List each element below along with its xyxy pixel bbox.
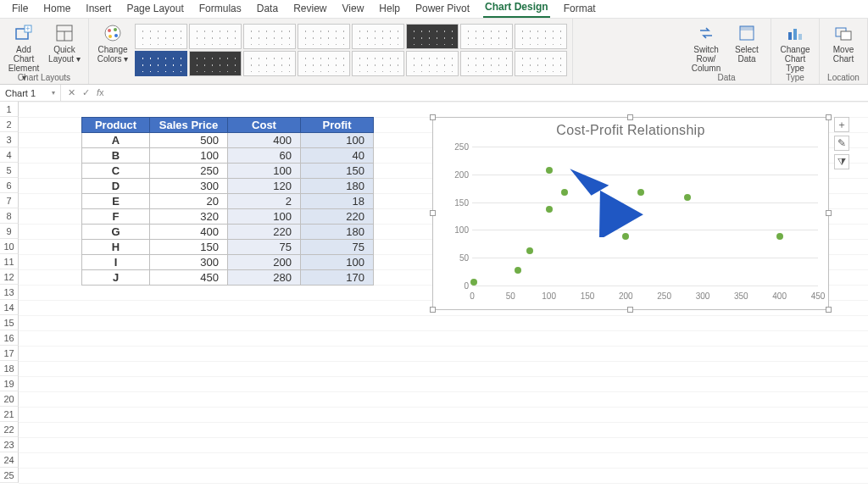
fx-icon[interactable]: fx — [97, 87, 104, 98]
tab-view[interactable]: View — [341, 1, 366, 18]
resize-handle[interactable] — [627, 307, 633, 313]
change-chart-type-button[interactable]: Change Chart Type — [776, 22, 814, 71]
cell-cost[interactable]: 200 — [228, 255, 301, 270]
cell-sales[interactable]: 300 — [150, 255, 228, 270]
data-point[interactable] — [515, 267, 521, 274]
cell-sales[interactable]: 400 — [150, 225, 228, 240]
resize-handle[interactable] — [826, 307, 832, 313]
row-header[interactable]: 20 — [0, 391, 19, 407]
chart-style-thumb[interactable] — [406, 51, 459, 76]
data-point[interactable] — [684, 194, 691, 201]
row-header[interactable]: 18 — [0, 361, 19, 376]
chart-style-thumb[interactable] — [243, 24, 296, 49]
row-header[interactable]: 17 — [0, 346, 19, 361]
row-header[interactable]: 13 — [0, 285, 19, 300]
fx-accept-icon[interactable]: ✓ — [82, 87, 90, 98]
resize-handle[interactable] — [627, 114, 633, 120]
cell-profit[interactable]: 40 — [301, 148, 374, 164]
table-row[interactable]: A500400100 — [82, 133, 374, 148]
chart-style-thumb[interactable] — [298, 24, 350, 49]
row-header[interactable]: 5 — [0, 163, 19, 178]
row-header[interactable]: 22 — [0, 422, 19, 437]
tab-review[interactable]: Review — [292, 1, 328, 18]
resize-handle[interactable] — [826, 210, 832, 216]
th-product[interactable]: Product — [82, 118, 150, 133]
table-row[interactable]: I300200100 — [82, 255, 374, 270]
data-point[interactable] — [622, 233, 629, 240]
tab-power-pivot[interactable]: Power Pivot — [414, 1, 471, 18]
resize-handle[interactable] — [826, 114, 832, 120]
table-row[interactable]: B1006040 — [82, 148, 374, 164]
chart-style-thumb[interactable] — [298, 51, 350, 76]
chart-style-thumb[interactable] — [352, 24, 404, 49]
cell-product[interactable]: I — [82, 255, 150, 270]
cell-sales[interactable]: 450 — [150, 270, 228, 286]
cell-product[interactable]: C — [82, 164, 150, 179]
cell-sales[interactable]: 20 — [150, 194, 228, 209]
row-header[interactable]: 2 — [0, 117, 19, 132]
cell-product[interactable]: B — [82, 148, 150, 164]
chart-style-thumb[interactable] — [189, 51, 242, 76]
cell-cost[interactable]: 60 — [228, 148, 301, 164]
row-header[interactable]: 8 — [0, 208, 19, 224]
cell-cost[interactable]: 75 — [228, 240, 301, 255]
table-row[interactable]: F320100220 — [82, 209, 374, 225]
table-row[interactable]: C250100150 — [82, 164, 374, 179]
data-point[interactable] — [526, 247, 533, 254]
worksheet[interactable]: 1234567891011121314151617181920212223242… — [0, 102, 868, 488]
cell-cost[interactable]: 400 — [228, 133, 301, 148]
row-header[interactable]: 1 — [0, 102, 19, 117]
chart-object[interactable]: Cost-Profit Relationship 050100150200250… — [432, 117, 829, 310]
row-header[interactable]: 19 — [0, 376, 19, 391]
tab-home[interactable]: Home — [42, 1, 72, 18]
cell-cost[interactable]: 280 — [228, 270, 301, 286]
cell-sales[interactable]: 300 — [150, 179, 228, 194]
cell-profit[interactable]: 180 — [301, 225, 374, 240]
select-data-button[interactable]: Select Data — [728, 22, 765, 71]
tab-data[interactable]: Data — [255, 1, 280, 18]
cell-sales[interactable]: 320 — [150, 209, 228, 225]
cell-profit[interactable]: 180 — [301, 179, 374, 194]
chart-style-thumb[interactable] — [352, 51, 404, 76]
cell-sales[interactable]: 100 — [150, 148, 228, 164]
cell-product[interactable]: E — [82, 194, 150, 209]
tab-file[interactable]: File — [10, 1, 30, 18]
row-header[interactable]: 24 — [0, 452, 19, 468]
resize-handle[interactable] — [430, 307, 436, 313]
row-header[interactable]: 3 — [0, 132, 19, 147]
chart-style-thumb[interactable] — [460, 24, 513, 49]
chart-style-thumb[interactable] — [135, 24, 187, 49]
quick-layout-button[interactable]: Quick Layout ▾ — [46, 22, 83, 71]
row-header[interactable]: 4 — [0, 147, 19, 163]
cell-profit[interactable]: 220 — [301, 209, 374, 225]
row-header[interactable]: 12 — [0, 269, 19, 285]
chart-style-thumb[interactable] — [135, 51, 187, 76]
chart-style-thumb[interactable] — [406, 24, 459, 49]
cell-profit[interactable]: 170 — [301, 270, 374, 286]
table-row[interactable]: G400220180 — [82, 225, 374, 240]
row-header[interactable]: 11 — [0, 254, 19, 269]
row-header[interactable]: 21 — [0, 407, 19, 422]
data-table[interactable]: Product Sales Price Cost Profit A5004001… — [81, 117, 374, 286]
tab-formulas[interactable]: Formulas — [198, 1, 243, 18]
change-colors-button[interactable]: Change Colors ▾ — [94, 22, 131, 71]
chart-style-thumb[interactable] — [460, 51, 513, 76]
data-point[interactable] — [637, 189, 644, 196]
tab-chart-design[interactable]: Chart Design — [483, 0, 550, 18]
data-point[interactable] — [561, 189, 568, 196]
cell-sales[interactable]: 500 — [150, 133, 228, 148]
plot-area[interactable]: 0501001502002500501001502002503003504004… — [472, 147, 818, 286]
cell-profit[interactable]: 100 — [301, 133, 374, 148]
cell-profit[interactable]: 150 — [301, 164, 374, 179]
table-row[interactable]: J450280170 — [82, 270, 374, 286]
switch-row-column-button[interactable]: Switch Row/ Column — [687, 22, 725, 71]
chart-filters-button[interactable]: ⧩ — [834, 154, 849, 169]
tab-help[interactable]: Help — [377, 1, 402, 18]
add-chart-element-button[interactable]: + Add Chart Element ▾ — [5, 22, 42, 71]
chart-style-thumb[interactable] — [189, 24, 242, 49]
cell-cost[interactable]: 2 — [228, 194, 301, 209]
data-point[interactable] — [546, 167, 553, 174]
resize-handle[interactable] — [430, 210, 436, 216]
row-header[interactable]: 25 — [0, 468, 19, 483]
cell-product[interactable]: J — [82, 270, 150, 286]
